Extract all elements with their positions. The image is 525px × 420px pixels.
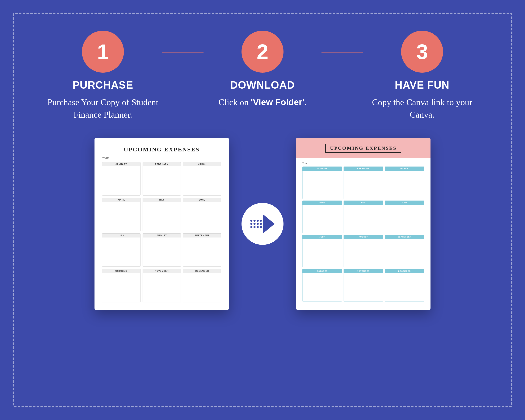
colored-doc-grid: JANUARY FEBRUARY MARCH APRIL — [302, 167, 424, 302]
plain-cell-sep-header: SEPTEMBER — [183, 233, 221, 237]
colored-cell-apr-body — [302, 205, 342, 233]
colored-cell-mar: MARCH — [385, 167, 424, 199]
colored-cell-feb: FEBRUARY — [344, 167, 383, 199]
colored-cell-jul-body — [302, 239, 342, 267]
plain-cell-jul-header: JULY — [102, 233, 140, 237]
dot — [260, 223, 262, 225]
connector-line — [162, 52, 204, 53]
colored-cell-aug-body — [344, 239, 383, 267]
dot — [257, 223, 259, 225]
step-2-desc-bold: 'View Folder' — [251, 97, 304, 107]
step-2-circle: 2 — [242, 31, 283, 73]
step-2-desc-plain: Click on — [218, 97, 251, 107]
colored-cell-jan-body — [302, 171, 342, 199]
plain-cell-mar-body — [183, 166, 221, 196]
dot — [253, 223, 256, 225]
step-2-desc-end: . — [304, 97, 307, 107]
dot — [260, 226, 262, 228]
plain-cell-aug: AUGUST — [143, 233, 181, 267]
plain-cell-feb-body — [143, 166, 181, 196]
step-3-desc-text: Copy the Canva link to your Canva. — [372, 97, 472, 120]
dot — [253, 220, 256, 222]
plain-cell-feb: FEBRUARY — [143, 162, 181, 196]
colored-cell-jan: JANUARY — [302, 167, 342, 199]
colored-cell-feb-body — [344, 171, 383, 199]
colored-cell-may: MAY — [344, 201, 383, 233]
colored-cell-dec-header: DECEMBER — [385, 269, 424, 273]
colored-cell-may-header: MAY — [344, 201, 383, 205]
plain-cell-nov-body — [143, 273, 181, 302]
plain-cell-aug-header: AUGUST — [143, 233, 181, 237]
colored-doc-body: Year: JANUARY FEBRUARY MARCH — [296, 158, 431, 304]
colored-cell-feb-header: FEBRUARY — [344, 167, 383, 171]
dot — [250, 226, 253, 228]
plain-cell-nov: NOVEMBER — [143, 269, 181, 302]
plain-doc-year: Year: — [102, 156, 221, 160]
colored-cell-oct: OCTOBER — [302, 269, 342, 302]
colored-cell-nov: NOVEMBER — [344, 269, 383, 302]
plain-cell-oct-header: OCTOBER — [102, 269, 140, 273]
plain-cell-may-header: MAY — [143, 198, 181, 202]
plain-cell-jul: JULY — [102, 233, 141, 267]
step-2: 2 DOWNLOAD Click on 'View Folder'. — [204, 31, 321, 109]
plain-cell-nov-header: NOVEMBER — [143, 269, 181, 273]
step-3-title: HAVE FUN — [395, 79, 450, 91]
dot — [250, 220, 253, 222]
plain-cell-dec-body — [183, 273, 221, 302]
plain-doc-title: UPCOMING EXPENSES — [102, 146, 221, 153]
colored-cell-mar-body — [385, 171, 424, 199]
colored-cell-apr: APRIL — [302, 201, 342, 233]
arrow-circle — [242, 203, 283, 245]
colored-doc-header: UPCOMING EXPENSES — [296, 138, 431, 158]
step-3: 3 HAVE FUN Copy the Canva link to your C… — [363, 31, 481, 121]
dots-line-3 — [250, 226, 262, 228]
plain-cell-apr: APRIL — [102, 198, 141, 231]
connector-line-2 — [321, 52, 363, 53]
plain-cell-aug-body — [143, 237, 181, 267]
plain-doc-grid: JANUARY FEBRUARY MARCH APRIL MAY — [102, 162, 221, 302]
plain-cell-apr-header: APRIL — [102, 198, 140, 202]
plain-cell-mar: MARCH — [183, 162, 221, 196]
outer-border: 1 PURCHASE Purchase Your Copy of Student… — [13, 13, 512, 407]
colored-doc-title: UPCOMING EXPENSES — [325, 144, 401, 153]
step-3-number: 3 — [416, 40, 428, 64]
step-3-desc: Copy the Canva link to your Canva. — [363, 96, 481, 121]
plain-cell-sep-body — [183, 237, 221, 267]
dot — [253, 226, 256, 228]
colored-cell-sep-body — [385, 239, 424, 267]
step-2-title: DOWNLOAD — [230, 79, 295, 91]
colored-cell-jul: JULY — [302, 235, 342, 267]
colored-cell-jan-header: JANUARY — [302, 167, 342, 171]
preview-row: UPCOMING EXPENSES Year: JANUARY FEBRUARY… — [27, 138, 498, 310]
steps-row: 1 PURCHASE Purchase Your Copy of Student… — [27, 31, 498, 121]
dotted-arrow-icon — [250, 215, 275, 233]
connector-2-3 — [321, 52, 363, 53]
plain-cell-jan-body — [102, 166, 140, 196]
plain-cell-oct-body — [102, 273, 140, 302]
colored-cell-jun: JUNE — [385, 201, 424, 233]
plain-cell-jun: JUNE — [183, 198, 221, 231]
dots-line-1 — [250, 220, 262, 222]
step-1-desc: Purchase Your Copy of Student Finance Pl… — [44, 96, 162, 121]
plain-cell-jun-body — [183, 202, 221, 231]
plain-cell-dec-header: DECEMBER — [183, 269, 221, 273]
colored-cell-oct-header: OCTOBER — [302, 269, 342, 273]
colored-cell-nov-body — [344, 273, 383, 302]
colored-cell-sep: SEPTEMBER — [385, 235, 424, 267]
dot — [257, 226, 259, 228]
step-1-circle: 1 — [82, 31, 124, 73]
colored-cell-mar-header: MARCH — [385, 167, 424, 171]
step-1: 1 PURCHASE Purchase Your Copy of Student… — [44, 31, 162, 121]
dot — [257, 220, 259, 222]
colored-cell-apr-header: APRIL — [302, 201, 342, 205]
step-3-circle: 3 — [401, 31, 443, 73]
connector-1-2 — [162, 52, 204, 53]
colored-cell-dec: DECEMBER — [385, 269, 424, 302]
plain-cell-oct: OCTOBER — [102, 269, 141, 302]
colored-cell-jul-header: JULY — [302, 235, 342, 239]
plain-cell-apr-body — [102, 202, 140, 231]
colored-cell-aug-header: AUGUST — [344, 235, 383, 239]
colored-cell-oct-body — [302, 273, 342, 302]
step-2-desc: Click on 'View Folder'. — [218, 96, 306, 109]
dot — [260, 220, 262, 222]
